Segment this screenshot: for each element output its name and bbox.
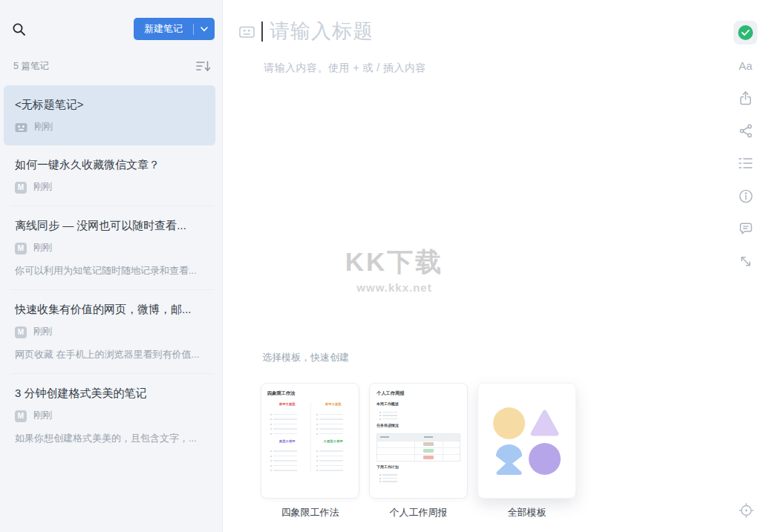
note-time: 刚刚 <box>33 242 52 254</box>
comment-button[interactable] <box>734 217 757 240</box>
note-title: 3 分钟创建格式美美的笔记 <box>15 386 204 401</box>
quadrant-label: 重要且紧急 <box>277 402 298 407</box>
markdown-note-icon: M <box>15 410 27 422</box>
template-label-all-templates[interactable]: 全部模板 <box>477 506 576 519</box>
mini-section: 本周工作概述 <box>376 401 428 407</box>
share-graph-button[interactable] <box>734 119 757 142</box>
target-crosshair-icon <box>738 502 754 519</box>
note-count: 5 篇笔记 <box>13 60 49 73</box>
mini-table <box>376 433 460 462</box>
template-card-quadrant[interactable]: 四象限工作法 重要且紧急 重要不紧急 <box>261 383 359 499</box>
template-label-weekly-report[interactable]: 个人工作周报 <box>369 506 468 519</box>
new-note-button[interactable]: 新建笔记 <box>134 18 215 40</box>
locate-button[interactable] <box>736 500 757 521</box>
purple-circle-shape <box>529 443 561 475</box>
chevron-down-icon <box>200 27 208 32</box>
typography-button[interactable]: Aa <box>734 53 757 77</box>
expand-arrows-icon <box>738 254 753 269</box>
purple-triangle-shape <box>529 407 561 439</box>
watermark-url: www.kkx.net <box>342 281 446 294</box>
template-card-all-templates[interactable] <box>477 383 576 499</box>
note-title: 快速收集有价值的网页，微博，邮... <box>15 302 209 317</box>
outline-list-icon <box>738 157 753 170</box>
expand-button[interactable] <box>734 249 757 273</box>
watermark-logo: KK下载 <box>342 245 446 280</box>
sort-icon[interactable] <box>195 59 212 73</box>
info-button[interactable] <box>734 184 757 208</box>
export-icon <box>738 91 753 106</box>
share-graph-icon <box>738 123 754 139</box>
mini-section: 任务推进情况 <box>376 423 428 428</box>
note-summary: 如果你想创建格式美美的，且包含文字，... <box>15 432 204 445</box>
sidebar-header: 新建笔记 <box>0 0 222 40</box>
note-list: <无标题笔记> 刚刚 如何一键永久收藏微信文章？ M <box>0 85 222 457</box>
quadrant-label: 重要不紧急 <box>322 402 343 407</box>
mini-section: 下周工作计划 <box>376 464 428 470</box>
note-item-untitled[interactable]: <无标题笔记> 刚刚 <box>4 85 215 145</box>
content-placeholder: 请输入内容。使用 + 或 / 插入内容 <box>264 62 426 73</box>
note-item-quick-collect[interactable]: 快速收集有价值的网页，微博，邮... M 刚刚 网页收藏 在手机上的浏览器里看到… <box>10 290 214 374</box>
yellow-circle-shape <box>493 407 525 439</box>
template-label-quadrant[interactable]: 四象限工作法 <box>261 506 359 519</box>
right-toolbar: Aa <box>734 21 757 273</box>
content-input[interactable]: 请输入内容。使用 + 或 / 插入内容 <box>264 61 426 75</box>
note-time: 刚刚 <box>33 181 52 194</box>
markdown-note-icon: M <box>15 182 27 194</box>
note-title: 如何一键永久收藏微信文章？ <box>15 157 209 172</box>
template-card-weekly-report[interactable]: 个人工作周报 本周工作概述 任务推进情况 下周工作计划 <box>369 383 468 499</box>
info-icon <box>738 188 754 204</box>
search-icon[interactable] <box>12 18 34 40</box>
note-time: 刚刚 <box>33 410 52 422</box>
mini-title: 四象限工作法 <box>267 390 334 397</box>
note-count-row: 5 篇笔记 <box>13 59 212 73</box>
note-item-beautiful-note[interactable]: 3 分钟创建格式美美的笔记 M 刚刚 如果你想创建格式美美的，且包含文字，... <box>4 374 215 457</box>
comment-icon <box>738 221 754 236</box>
save-status-button[interactable] <box>734 21 757 45</box>
note-summary: 网页收藏 在手机上的浏览器里看到有价值... <box>15 348 209 361</box>
title-input[interactable]: 请输入标题 <box>239 18 374 45</box>
note-title: <无标题笔记> <box>15 97 204 112</box>
app-window: 新建笔记 5 篇笔记 <无标题笔记> <box>0 0 776 532</box>
export-button[interactable] <box>734 86 757 110</box>
note-item-wechat-collect[interactable]: 如何一键永久收藏微信文章？ M 刚刚 <box>10 145 214 206</box>
typography-icon: Aa <box>739 59 752 72</box>
blue-hourglass-shape <box>493 443 525 475</box>
template-card-labels: 四象限工作法 个人工作周报 全部模板 <box>261 506 576 519</box>
richtext-note-icon <box>15 122 27 134</box>
markdown-note-icon: M <box>15 243 27 254</box>
text-cursor <box>261 22 263 42</box>
saved-check-icon <box>738 25 753 40</box>
note-time: 刚刚 <box>34 121 53 134</box>
markdown-note-icon: M <box>15 326 27 338</box>
editor-pane: 请输入标题 请输入内容。使用 + 或 / 插入内容 KK下载 www.kkx.n… <box>224 0 776 532</box>
quadrant-label: 紧急不重要 <box>277 439 298 444</box>
note-banner-icon <box>239 24 255 39</box>
note-time: 刚刚 <box>33 326 52 338</box>
mini-title: 个人工作周报 <box>376 390 442 397</box>
template-cards: 四象限工作法 重要且紧急 重要不紧急 <box>261 383 576 499</box>
sidebar: 新建笔记 5 篇笔记 <无标题笔记> <box>0 0 223 532</box>
note-summary: 你可以利用为知笔记随时随地记录和查看... <box>15 264 209 278</box>
note-item-offline-sync[interactable]: 离线同步 — 没网也可以随时查看... M 刚刚 你可以利用为知笔记随时随地记录… <box>10 206 214 290</box>
outline-button[interactable] <box>734 151 757 175</box>
new-note-dropdown[interactable] <box>194 27 215 32</box>
quadrant-label: 不紧急不重要 <box>322 439 343 444</box>
watermark: KK下载 www.kkx.net <box>342 245 446 294</box>
new-note-label[interactable]: 新建笔记 <box>134 18 193 40</box>
note-title: 离线同步 — 没网也可以随时查看... <box>15 218 209 233</box>
title-placeholder: 请输入标题 <box>270 18 374 45</box>
template-section-heading: 选择模板，快速创建 <box>262 351 349 364</box>
